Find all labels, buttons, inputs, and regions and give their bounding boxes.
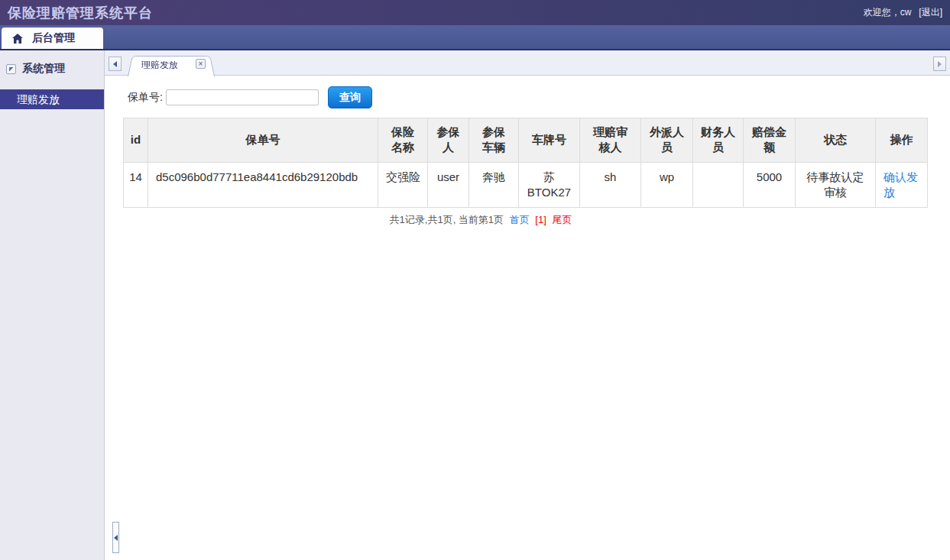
cell-action: 确认发放 bbox=[876, 162, 928, 208]
tab-claim-distribution[interactable]: 理赔发放 × bbox=[128, 53, 215, 76]
column-header-insurance-name: 保险名称 bbox=[378, 118, 428, 163]
cell-insurance-name: 交强险 bbox=[378, 162, 428, 208]
column-header-action: 操作 bbox=[876, 118, 928, 163]
column-header-insured-person: 参保人 bbox=[428, 118, 469, 163]
column-header-insured-vehicle: 参保车辆 bbox=[469, 118, 519, 163]
sidebar-section-system-management[interactable]: 系统管理 bbox=[0, 50, 104, 82]
sidebar-collapse-handle[interactable] bbox=[112, 522, 119, 553]
column-header-claim-auditor: 理赔审核人 bbox=[580, 118, 641, 163]
column-header-dispatched-staff: 外派人员 bbox=[641, 118, 693, 163]
tab-scroll-right-button[interactable] bbox=[933, 57, 946, 71]
column-header-compensation: 赔偿金额 bbox=[744, 118, 796, 163]
cell-claim-auditor: sh bbox=[580, 162, 641, 208]
cell-status: 待事故认定审核 bbox=[796, 162, 876, 208]
policy-number-input[interactable] bbox=[166, 89, 319, 105]
search-row: 保单号: 查询 bbox=[128, 86, 950, 108]
sidebar-section-label: 系统管理 bbox=[22, 62, 65, 76]
cell-compensation: 5000 bbox=[744, 162, 796, 208]
content-tab-strip: 理赔发放 × bbox=[105, 50, 950, 76]
sidebar-item-claim-distribution[interactable]: 理赔发放 bbox=[0, 89, 104, 109]
user-welcome-area: 欢迎您，cw [退出] bbox=[864, 6, 942, 19]
chevron-right-icon bbox=[938, 61, 942, 67]
claim-distribution-panel: 保单号: 查询 id 保单号 保险名称 参保人 参保车辆 bbox=[105, 76, 950, 227]
nav-tab-label: 后台管理 bbox=[32, 31, 75, 45]
column-header-id: id bbox=[124, 118, 148, 163]
cell-policy-no: d5c096b0d77711ea8441cd6b29120bdb bbox=[148, 162, 378, 208]
page-title: 保险理赔管理系统平台 bbox=[8, 4, 153, 22]
top-nav-bar: 后台管理 bbox=[0, 25, 950, 49]
column-header-status: 状态 bbox=[796, 118, 876, 163]
content-area: 理赔发放 × 保单号: 查询 bbox=[105, 50, 950, 560]
claims-table: id 保单号 保险名称 参保人 参保车辆 车牌号 理赔审核人 外派人员 财务人员… bbox=[123, 118, 928, 208]
logout-button[interactable]: [退出] bbox=[919, 6, 942, 19]
content-tab-label: 理赔发放 bbox=[141, 59, 178, 72]
home-icon bbox=[12, 34, 23, 44]
query-button[interactable]: 查询 bbox=[328, 86, 372, 108]
cell-insured-person: user bbox=[428, 162, 469, 208]
tab-scroll-left-button[interactable] bbox=[109, 57, 122, 71]
pagination-first-link[interactable]: 首页 bbox=[510, 214, 530, 225]
pagination-last-link[interactable]: 尾页 bbox=[552, 214, 572, 225]
sidebar: 系统管理 理赔发放 bbox=[0, 50, 105, 560]
welcome-text: 欢迎您，cw bbox=[864, 6, 912, 19]
main-layout: 系统管理 理赔发放 理赔发放 × 保单号: bbox=[0, 50, 950, 560]
cell-insured-vehicle: 奔驰 bbox=[469, 162, 519, 208]
close-icon[interactable]: × bbox=[196, 59, 206, 69]
collapse-icon[interactable] bbox=[6, 64, 16, 74]
pagination: 共1记录,共1页, 当前第1页 首页 [1] 尾页 bbox=[146, 213, 950, 227]
table-header-row: id 保单号 保险名称 参保人 参保车辆 车牌号 理赔审核人 外派人员 财务人员… bbox=[124, 118, 928, 163]
column-header-finance-staff: 财务人员 bbox=[693, 118, 744, 163]
cell-plate-no: 苏BTOK27 bbox=[519, 162, 580, 208]
column-header-policy-no: 保单号 bbox=[148, 118, 378, 163]
cell-dispatched-staff: wp bbox=[641, 162, 693, 208]
cell-finance-staff bbox=[693, 162, 744, 208]
cell-id: 14 bbox=[124, 162, 148, 208]
tab-backend-management[interactable]: 后台管理 bbox=[2, 28, 103, 49]
table-row: 14 d5c096b0d77711ea8441cd6b29120bdb 交强险 … bbox=[124, 162, 928, 208]
chevron-left-icon bbox=[113, 61, 117, 67]
confirm-distribution-link[interactable]: 确认发放 bbox=[884, 170, 918, 199]
app-header: 保险理赔管理系统平台 欢迎您，cw [退出] bbox=[0, 0, 950, 25]
pagination-summary: 共1记录,共1页, 当前第1页 bbox=[390, 214, 504, 225]
pagination-current-page: [1] bbox=[535, 214, 546, 225]
policy-number-label: 保单号: bbox=[128, 91, 163, 105]
column-header-plate-no: 车牌号 bbox=[519, 118, 580, 163]
